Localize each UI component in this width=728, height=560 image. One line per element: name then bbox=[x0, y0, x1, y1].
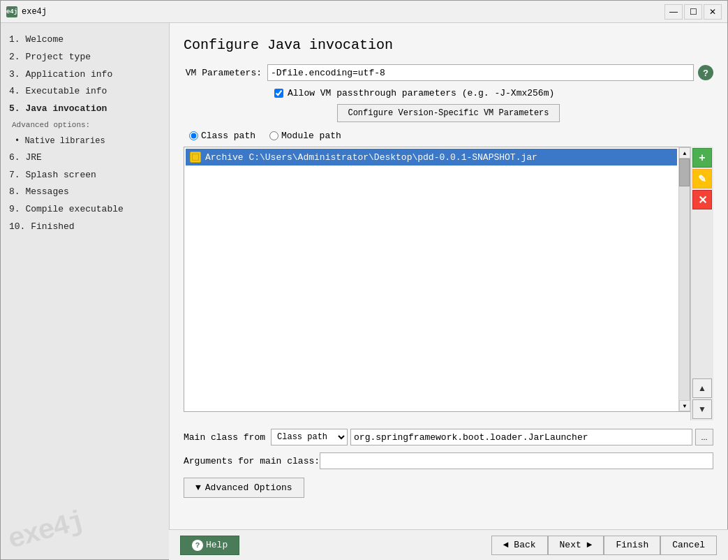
sidebar-advanced-label: Advanced options: bbox=[6, 118, 163, 133]
sidebar-item-finished[interactable]: 10. Finished bbox=[6, 219, 163, 236]
page-title: Configure Java invocation bbox=[184, 37, 713, 53]
sidebar-item-jre[interactable]: 6. JRE bbox=[6, 149, 163, 167]
content-area: Configure Java invocation VM Parameters:… bbox=[170, 23, 727, 560]
back-button[interactable]: ◄ Back bbox=[491, 536, 548, 555]
arguments-input[interactable] bbox=[320, 452, 713, 469]
sidebar-item-exe-info[interactable]: 4. Executable info bbox=[6, 83, 163, 101]
watermark: exe4j bbox=[5, 506, 87, 557]
main-class-browse-button[interactable]: ... bbox=[695, 429, 713, 445]
vm-params-label: VM Parameters: bbox=[184, 68, 267, 78]
minimize-button[interactable]: — bbox=[664, 4, 683, 20]
finish-button[interactable]: Finish bbox=[604, 536, 660, 555]
classpath-entry-label: Archive C:\Users\Administrator\Desktop\p… bbox=[205, 152, 537, 163]
sidebar-item-splash[interactable]: 7. Splash screen bbox=[6, 167, 163, 184]
main-layout: 1. Welcome 2. Project type 3. Applicatio… bbox=[1, 23, 727, 560]
module-path-radio-label[interactable]: Module path bbox=[269, 131, 341, 141]
main-class-input[interactable] bbox=[350, 429, 692, 445]
classpath-action-buttons: + ✎ ✕ ▲ ▼ bbox=[690, 147, 713, 420]
classpath-list: Archive C:\Users\Administrator\Desktop\p… bbox=[184, 147, 678, 411]
passthrough-label: Allow VM passthrough parameters (e.g. -J… bbox=[288, 88, 554, 98]
configure-vm-row: Configure Version-Specific VM Parameters bbox=[184, 104, 713, 122]
app-icon: e4j bbox=[6, 6, 17, 17]
help-button[interactable]: ? Help bbox=[180, 536, 239, 555]
help-icon: ? bbox=[192, 540, 203, 551]
vm-params-row: VM Parameters: ? bbox=[184, 64, 713, 81]
sidebar-item-messages[interactable]: 8. Messages bbox=[6, 184, 163, 201]
move-down-button[interactable]: ▼ bbox=[692, 399, 712, 419]
window-controls: — ☐ ✕ bbox=[664, 4, 722, 20]
window-title: exe4j bbox=[22, 7, 664, 17]
classpath-scrollbar[interactable]: ▲ ▼ bbox=[678, 147, 690, 411]
main-class-source-select[interactable]: Class path Module path bbox=[271, 429, 348, 445]
title-bar: e4j exe4j — ☐ ✕ bbox=[1, 1, 727, 23]
restore-button[interactable]: ☐ bbox=[684, 4, 702, 20]
sidebar-item-welcome[interactable]: 1. Welcome bbox=[6, 31, 163, 49]
bottom-bar: ? Help ◄ Back Next ► Finish Cancel bbox=[169, 529, 728, 560]
sidebar: 1. Welcome 2. Project type 3. Applicatio… bbox=[1, 23, 170, 560]
cancel-button[interactable]: Cancel bbox=[660, 536, 717, 555]
classpath-section: Archive C:\Users\Administrator\Desktop\p… bbox=[184, 147, 713, 420]
remove-entry-button[interactable]: ✕ bbox=[692, 190, 712, 209]
arguments-row: Arguments for main class: bbox=[184, 452, 713, 469]
class-path-radio-label[interactable]: Class path bbox=[189, 131, 255, 141]
passthrough-checkbox[interactable] bbox=[274, 89, 283, 98]
sidebar-item-native-libs[interactable]: • Native libraries bbox=[6, 133, 163, 149]
advanced-arrow-icon: ▼ bbox=[195, 482, 201, 493]
scrollbar-up-arrow[interactable]: ▲ bbox=[679, 147, 690, 159]
sidebar-item-compile[interactable]: 9. Compile executable bbox=[6, 201, 163, 219]
passthrough-row: Allow VM passthrough parameters (e.g. -J… bbox=[274, 88, 713, 98]
edit-entry-button[interactable]: ✎ bbox=[692, 169, 712, 189]
archive-icon bbox=[190, 152, 201, 163]
main-class-row: Main class from Class path Module path .… bbox=[184, 429, 713, 445]
configure-vm-button[interactable]: Configure Version-Specific VM Parameters bbox=[337, 104, 559, 122]
class-path-radio[interactable] bbox=[189, 131, 198, 140]
path-radio-row: Class path Module path bbox=[189, 131, 713, 141]
advanced-options-button[interactable]: ▼ Advanced Options bbox=[184, 478, 304, 498]
arguments-label: Arguments for main class: bbox=[184, 456, 320, 466]
vm-params-help-button[interactable]: ? bbox=[698, 65, 713, 80]
sidebar-item-app-info[interactable]: 3. Application info bbox=[6, 66, 163, 84]
scrollbar-track bbox=[679, 159, 690, 400]
sidebar-item-project-type[interactable]: 2. Project type bbox=[6, 49, 163, 66]
add-entry-button[interactable]: + bbox=[692, 148, 712, 168]
move-up-button[interactable]: ▲ bbox=[692, 378, 712, 398]
main-class-label: Main class from bbox=[184, 432, 268, 443]
scrollbar-thumb[interactable] bbox=[679, 159, 690, 186]
next-button[interactable]: Next ► bbox=[548, 536, 604, 555]
advanced-options-label: Advanced Options bbox=[205, 482, 292, 493]
classpath-entry[interactable]: Archive C:\Users\Administrator\Desktop\p… bbox=[186, 149, 677, 165]
module-path-radio[interactable] bbox=[269, 131, 278, 140]
sidebar-item-java-inv[interactable]: 5. Java invocation bbox=[6, 101, 163, 118]
close-button[interactable]: ✕ bbox=[704, 4, 722, 20]
vm-params-input[interactable] bbox=[267, 64, 694, 81]
scrollbar-down-arrow[interactable]: ▼ bbox=[679, 400, 690, 411]
